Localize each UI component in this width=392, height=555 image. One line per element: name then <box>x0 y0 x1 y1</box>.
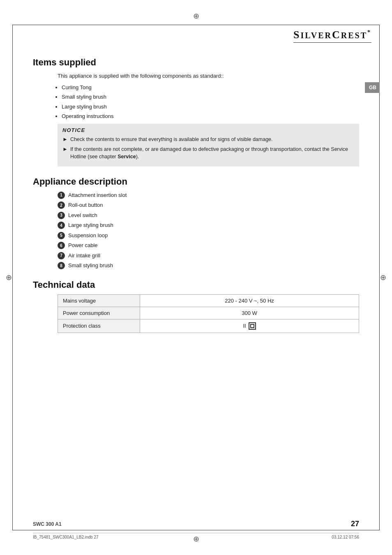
appliance-item-5: 5 Suspension loop <box>58 231 359 240</box>
table-cell-value-2: 300 W <box>140 307 359 319</box>
appliance-item-label-1: Attachment insertion slot <box>68 191 127 199</box>
num-4: 4 <box>58 222 65 229</box>
table-row: Power consumption 300 W <box>58 307 359 319</box>
footer-model: SWC 300 A1 <box>33 521 62 527</box>
appliance-item-4: 4 Large styling brush <box>58 221 359 229</box>
technical-data-heading: Technical data <box>33 280 359 290</box>
appliance-item-3: 3 Level switch <box>58 211 359 220</box>
notice-text-2: If the contents are not complete, or are… <box>70 146 354 160</box>
appliance-item-label-2: Roll-out button <box>68 201 103 209</box>
list-item: Small styling brush <box>62 93 359 101</box>
notice-item-2: ► If the contents are not complete, or a… <box>62 146 354 160</box>
page: ⊕ ⊕ ⊕ ⊕ SILVERCREST* GB Items supplied T… <box>0 0 392 555</box>
technical-data-table: Mains voltage 220 - 240 V ~, 50 Hz Power… <box>58 294 359 333</box>
footer: SWC 300 A1 27 <box>33 520 359 528</box>
crosshair-top-icon: ⊕ <box>193 12 199 21</box>
border-right <box>379 25 380 530</box>
items-supplied-heading: Items supplied <box>33 57 359 68</box>
appliance-item-label-6: Power cable <box>68 241 98 250</box>
table-row: Mains voltage 220 - 240 V ~, 50 Hz <box>58 294 359 307</box>
crosshair-left-icon: ⊕ <box>6 273 12 282</box>
bottom-info-left: IB_75481_SWC300A1_LB2.indb 27 <box>33 535 99 539</box>
notice-arrow-icon: ► <box>62 136 68 143</box>
main-content: Items supplied This appliance is supplie… <box>33 47 359 333</box>
table-cell-label-2: Power consumption <box>58 307 140 319</box>
table-cell-label-3: Protection class <box>58 319 140 333</box>
appliance-item-1: 1 Attachment insertion slot <box>58 191 359 199</box>
num-5: 5 <box>58 232 65 239</box>
brand-header: SILVERCREST* <box>293 29 371 43</box>
items-supplied-list: Curling Tong Small styling brush Large s… <box>62 83 359 120</box>
appliance-item-label-4: Large styling brush <box>68 221 113 229</box>
list-item: Curling Tong <box>62 83 359 92</box>
appliance-item-label-3: Level switch <box>68 211 97 220</box>
footer-page: 27 <box>351 520 359 528</box>
appliance-item-7: 7 Air intake grill <box>58 252 359 260</box>
appliance-item-label-7: Air intake grill <box>68 252 100 260</box>
appliance-description-list: 1 Attachment insertion slot 2 Roll-out b… <box>58 191 359 270</box>
num-1: 1 <box>58 192 65 199</box>
appliance-item-label-5: Suspension loop <box>68 231 108 240</box>
appliance-item-6: 6 Power cable <box>58 241 359 250</box>
table-cell-value-3: II <box>140 319 359 333</box>
appliance-item-label-8: Small styling brush <box>68 261 113 270</box>
bottom-info-right: 03.12.12 07:56 <box>332 535 359 539</box>
gb-tab: GB <box>365 82 380 93</box>
appliance-description-heading: Appliance description <box>33 176 359 187</box>
table-cell-value-1: 220 - 240 V ~, 50 Hz <box>140 294 359 307</box>
notice-item-1: ► Check the contents to ensure that ever… <box>62 136 354 143</box>
service-bold: Service <box>118 154 136 160</box>
items-supplied-intro: This appliance is supplied with the foll… <box>58 72 359 80</box>
notice-box: NOTICE ► Check the contents to ensure th… <box>58 124 359 166</box>
border-bottom <box>12 530 380 530</box>
crosshair-right-icon: ⊕ <box>380 273 386 282</box>
notice-title: NOTICE <box>62 127 354 133</box>
appliance-item-8: 8 Small styling brush <box>58 261 359 270</box>
protection-class-symbol: II <box>243 322 256 330</box>
num-6: 6 <box>58 242 65 249</box>
border-left <box>12 25 13 530</box>
appliance-item-2: 2 Roll-out button <box>58 201 359 209</box>
num-7: 7 <box>58 252 65 259</box>
notice-arrow-icon-2: ► <box>62 146 68 153</box>
num-8: 8 <box>58 262 65 269</box>
table-cell-label-1: Mains voltage <box>58 294 140 307</box>
brand-name: SILVERCREST* <box>293 29 371 41</box>
list-item: Large styling brush <box>62 103 359 111</box>
table-row: Protection class II <box>58 319 359 333</box>
bottom-info: IB_75481_SWC300A1_LB2.indb 27 03.12.12 0… <box>33 533 359 539</box>
brand-underline <box>293 42 371 43</box>
num-2: 2 <box>58 201 65 209</box>
border-top <box>12 25 380 25</box>
list-item: Operating instructions <box>62 112 359 120</box>
notice-text-1: Check the contents to ensure that everyt… <box>70 136 273 143</box>
num-3: 3 <box>58 212 65 219</box>
